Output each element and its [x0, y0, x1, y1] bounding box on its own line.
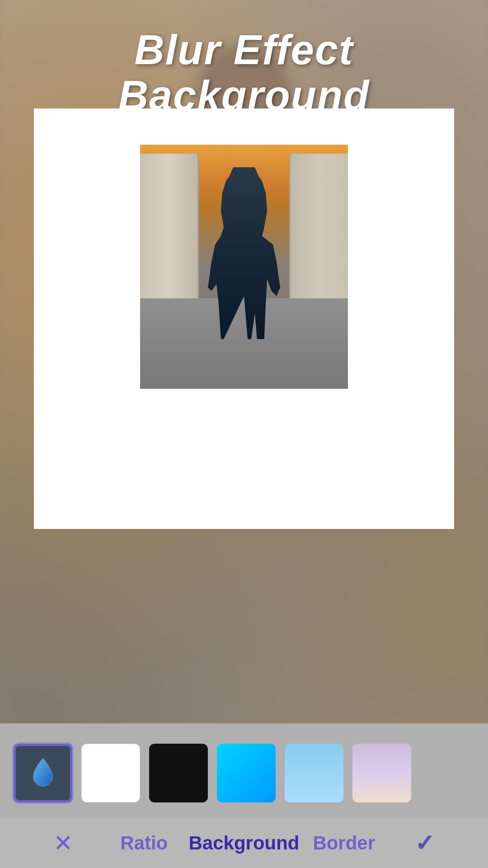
canvas-white-extension [34, 425, 454, 529]
title-area: Blur Effect Background [0, 27, 488, 118]
confirm-icon: ✓ [415, 830, 435, 857]
swatch-blur[interactable] [14, 744, 72, 802]
photo-image [140, 145, 348, 389]
swatch-black[interactable] [149, 744, 208, 802]
photo-canvas [34, 108, 454, 425]
swatches-row [0, 723, 488, 818]
swatch-lightblue[interactable] [285, 744, 343, 802]
swatch-pinkpurple[interactable] [352, 744, 411, 802]
droplet-icon [29, 757, 56, 789]
cancel-button[interactable]: ✕ [27, 830, 99, 857]
ratio-label: Ratio [120, 832, 168, 854]
confirm-button[interactable]: ✓ [389, 830, 461, 857]
swatch-cyan[interactable] [217, 744, 276, 802]
ratio-tab[interactable]: Ratio [108, 832, 180, 854]
street-floor [140, 298, 348, 389]
border-label: Border [313, 832, 375, 854]
bottom-nav: ✕ Ratio Background Border ✓ [0, 818, 488, 868]
background-label: Background [188, 832, 299, 854]
border-tab[interactable]: Border [308, 832, 380, 854]
background-tab[interactable]: Background [188, 832, 299, 854]
bottom-toolbar: ✕ Ratio Background Border ✓ [0, 723, 488, 868]
swatch-white[interactable] [81, 744, 140, 802]
cancel-icon: ✕ [53, 830, 73, 857]
title-line1: Blur Effect [0, 27, 488, 73]
